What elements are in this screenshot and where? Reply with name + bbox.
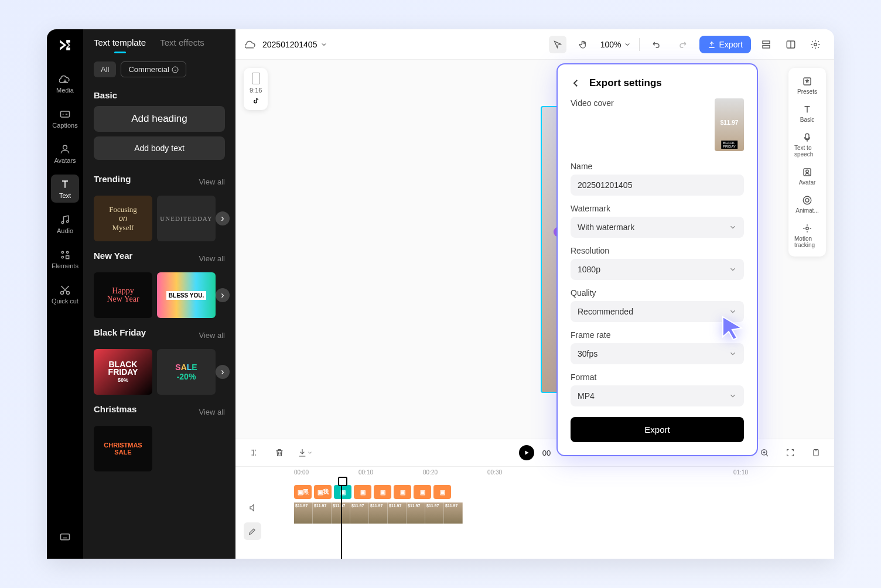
row-next-icon[interactable]: › xyxy=(216,365,230,379)
template-thumb[interactable]: HappyNew Year xyxy=(94,272,152,318)
tab-text-effects[interactable]: Text effects xyxy=(160,37,204,53)
rr-presets[interactable]: Presets xyxy=(793,73,821,98)
filter-all[interactable]: All xyxy=(94,61,116,77)
zoom-dropdown[interactable]: 100% xyxy=(600,40,631,49)
format-select[interactable]: MP4 xyxy=(571,385,744,406)
rr-animation[interactable]: Animat... xyxy=(793,192,821,217)
video-clip[interactable] xyxy=(294,502,313,524)
template-thumb[interactable]: UNEDITEDDAY xyxy=(157,196,216,241)
rr-basic[interactable]: Basic xyxy=(793,101,821,127)
watermark-label: Watermark xyxy=(571,204,744,213)
rail-audio[interactable]: Audio xyxy=(51,210,79,238)
template-thumb[interactable]: FocusingonMyself xyxy=(94,196,152,241)
rail-elements[interactable]: Elements xyxy=(51,245,79,273)
text-clip[interactable]: ▣ xyxy=(394,485,411,499)
svg-point-20 xyxy=(805,199,809,202)
rr-tts[interactable]: Text to speech xyxy=(793,129,821,161)
row-next-icon[interactable]: › xyxy=(216,211,230,225)
blackfriday-view-all[interactable]: View all xyxy=(199,331,225,340)
svg-point-4 xyxy=(62,251,63,253)
newyear-view-all[interactable]: View all xyxy=(199,254,225,263)
video-clip[interactable] xyxy=(425,502,444,524)
text-clip[interactable]: ▣ xyxy=(354,485,371,499)
text-clip[interactable]: ▣ xyxy=(414,485,431,499)
undo-button[interactable] xyxy=(648,36,665,53)
app-logo xyxy=(57,37,73,53)
name-label: Name xyxy=(571,162,744,171)
template-thumb[interactable]: SALE-20% xyxy=(157,349,216,395)
text-clip[interactable]: ▣ 我 xyxy=(314,485,332,499)
filter-commercial[interactable]: Commercial xyxy=(121,61,186,77)
rail-avatars[interactable]: Avatars xyxy=(51,139,79,167)
framerate-label: Frame rate xyxy=(571,330,744,340)
layout-split-icon[interactable] xyxy=(781,35,800,54)
rr-avatar[interactable]: Avatar xyxy=(793,163,821,189)
layout-stack-icon[interactable] xyxy=(757,35,776,54)
template-thumb[interactable]: BLESS YOU. xyxy=(157,272,216,318)
aspect-ratio-badge[interactable]: 9:16 xyxy=(244,68,268,110)
template-thumb[interactable]: BLACKFRIDAY50% xyxy=(94,349,152,395)
chevron-down-icon xyxy=(729,350,737,358)
play-button[interactable] xyxy=(519,445,534,460)
markers-button[interactable] xyxy=(807,444,825,461)
project-name-dropdown[interactable]: 202501201405 xyxy=(262,40,327,49)
playhead[interactable] xyxy=(341,480,342,559)
framerate-select[interactable]: 30fps xyxy=(571,343,744,364)
video-clip[interactable] xyxy=(313,502,332,524)
video-clip[interactable] xyxy=(444,502,463,524)
add-heading-button[interactable]: Add heading xyxy=(94,106,225,132)
svg-rect-12 xyxy=(763,41,770,44)
trending-view-all[interactable]: View all xyxy=(199,177,225,186)
settings-icon[interactable] xyxy=(806,35,825,54)
cloud-icon[interactable] xyxy=(245,39,257,50)
text-side-panel: Text template Text effects All Commercia… xyxy=(83,29,235,559)
export-confirm-button[interactable]: Export xyxy=(571,417,744,442)
delete-button[interactable] xyxy=(271,444,288,461)
resolution-label: Resolution xyxy=(571,246,744,255)
timeline-ruler[interactable]: 00:00 00:10 00:20 00:30 01:10 xyxy=(235,466,834,480)
track-edit-icon[interactable] xyxy=(244,522,261,540)
rail-media[interactable]: Media xyxy=(51,69,79,97)
zoom-in-button[interactable] xyxy=(756,444,773,461)
timeline-tracks[interactable]: ▣ 黑 ▣ 我 ▣ ▣ ▣ ▣ ▣ ▣ xyxy=(235,480,834,559)
christmas-view-all[interactable]: View all xyxy=(199,408,225,416)
left-icon-rail: Media Captions Avatars Text Audio Elemen… xyxy=(47,29,83,559)
download-button[interactable] xyxy=(296,444,314,461)
section-basic-label: Basic xyxy=(94,90,225,100)
video-clip[interactable] xyxy=(407,502,425,524)
watermark-select[interactable]: With watermark xyxy=(571,217,744,238)
text-clip[interactable]: ▣ xyxy=(433,485,451,499)
rail-captions[interactable]: Captions xyxy=(51,104,79,132)
cursor-tool-button[interactable] xyxy=(549,36,566,53)
text-clip[interactable]: ▣ xyxy=(374,485,391,499)
export-button[interactable]: Export xyxy=(699,36,751,53)
add-body-text-button[interactable]: Add body text xyxy=(94,136,225,160)
track-audio-icon[interactable] xyxy=(244,499,261,517)
text-clip[interactable]: ▣ xyxy=(334,485,351,499)
svg-point-6 xyxy=(62,256,63,258)
row-next-icon[interactable]: › xyxy=(216,288,230,302)
tab-text-template[interactable]: Text template xyxy=(94,37,146,53)
section-trending-label: Trending xyxy=(94,174,131,184)
redo-button[interactable] xyxy=(674,36,691,53)
hand-tool-button[interactable] xyxy=(575,36,592,53)
rail-keyboard-icon[interactable] xyxy=(51,522,79,551)
video-clip[interactable] xyxy=(350,502,369,524)
split-tool-button[interactable] xyxy=(245,444,262,461)
svg-rect-0 xyxy=(61,111,70,117)
back-icon[interactable] xyxy=(571,78,581,88)
chevron-down-icon xyxy=(729,265,737,274)
name-input[interactable] xyxy=(571,175,744,196)
video-clip[interactable] xyxy=(388,502,407,524)
svg-point-2 xyxy=(62,221,63,223)
fit-button[interactable] xyxy=(781,444,799,461)
rail-quickcut[interactable]: Quick cut xyxy=(51,280,79,308)
video-clip[interactable] xyxy=(369,502,388,524)
rail-text[interactable]: Text xyxy=(51,175,79,203)
quality-select[interactable]: Recommended xyxy=(571,301,744,322)
text-clip[interactable]: ▣ 黑 xyxy=(294,485,312,499)
resolution-select[interactable]: 1080p xyxy=(571,259,744,280)
rr-motion-tracking[interactable]: Motion tracking xyxy=(793,220,821,252)
video-cover-thumb[interactable]: BLACK FRIDAY xyxy=(715,98,744,151)
template-thumb[interactable]: CHRISTMASSALE xyxy=(94,426,152,471)
